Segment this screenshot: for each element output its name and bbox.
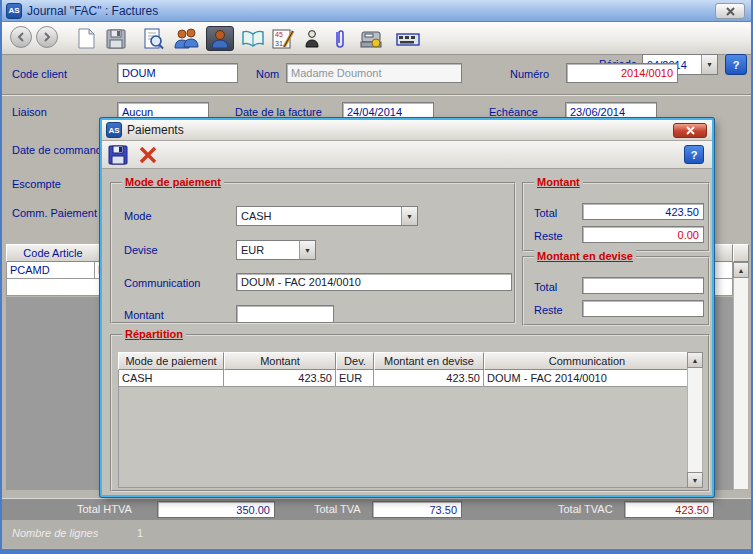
devise-total-label: Total: [534, 281, 557, 293]
svg-text:45: 45: [275, 31, 283, 38]
chevron-down-icon[interactable]: ▼: [299, 241, 315, 259]
communication-field[interactable]: DOUM - FAC 2014/0010: [236, 273, 512, 291]
search-document-button[interactable]: [142, 26, 166, 51]
nom-label: Nom: [256, 68, 279, 80]
catalog-button[interactable]: [240, 26, 266, 51]
montant-reste-label: Reste: [534, 230, 563, 242]
small-person-icon: [305, 30, 320, 48]
mode-paiement-group: Mode de paiement Mode CASH ▼ Devise EUR …: [110, 182, 516, 324]
dialog-toolbar: ?: [102, 141, 712, 169]
repartition-header-row: Mode de paiement Montant Dev. Montant en…: [118, 352, 690, 370]
cell-mode[interactable]: CASH: [118, 370, 224, 387]
article-table-body-left: [6, 297, 102, 490]
total-tvac-label: Total TVAC: [558, 503, 613, 515]
mode-combobox[interactable]: CASH ▼: [236, 206, 418, 226]
article-table-header-code: Code Article: [6, 244, 100, 262]
cell-communication[interactable]: DOUM - FAC 2014/0010: [484, 370, 690, 387]
app-window: AS Journal "FAC" : Factures: [0, 0, 753, 554]
paiements-dialog: AS Paiements ?: [100, 118, 714, 497]
repartition-header-communication: Communication: [484, 352, 690, 370]
calendar-button[interactable]: 4531: [270, 26, 298, 51]
window-close-button[interactable]: [715, 3, 745, 19]
montant-total-label: Total: [534, 207, 557, 219]
scroll-up-icon[interactable]: ▲: [733, 262, 749, 278]
montant-label: Montant: [124, 309, 164, 321]
svg-text:31: 31: [275, 40, 283, 47]
communication-label: Communication: [124, 277, 200, 289]
dialog-save-button[interactable]: [108, 145, 128, 165]
attachment-button[interactable]: [330, 26, 350, 51]
nom-field: Madame Doumont: [286, 63, 462, 83]
mode-label: Mode: [124, 210, 152, 222]
devise-label: Devise: [124, 244, 158, 256]
mode-paiement-group-title: Mode de paiement: [122, 176, 224, 188]
chevron-down-icon[interactable]: ▼: [401, 207, 417, 225]
devise-reste-field: [582, 300, 704, 317]
scroll-down-icon[interactable]: ▼: [687, 472, 703, 488]
back-button[interactable]: [10, 26, 32, 48]
repartition-row[interactable]: CASH 423.50 EUR 423.50 DOUM - FAC 2014/0…: [118, 370, 690, 387]
numero-field[interactable]: 2014/0010: [566, 63, 678, 83]
cell-montant-devise[interactable]: 423.50: [374, 370, 484, 387]
clients-list-button[interactable]: [172, 26, 200, 51]
client-detail-button[interactable]: [206, 26, 234, 51]
main-toolbar: 4531 Période 04/2014 ▼ ?: [2, 22, 751, 55]
close-icon: [726, 7, 735, 16]
total-tva-label: Total TVA: [314, 503, 361, 515]
article-row-code[interactable]: PCAMD: [6, 262, 100, 279]
devise-value: EUR: [237, 244, 299, 256]
article-scroll-corner: [733, 244, 749, 262]
dialog-app-icon: AS: [106, 122, 122, 138]
code-client-field[interactable]: DOUM: [117, 63, 238, 83]
nombre-lignes-value: 1: [137, 527, 143, 539]
devise-total-field: [582, 277, 704, 294]
keyboard-entry-button[interactable]: [394, 26, 422, 51]
dialog-help-button[interactable]: ?: [684, 145, 704, 164]
statusbar: Nombre de lignes 1: [2, 520, 751, 548]
open-book-icon: [241, 30, 265, 48]
montant-group: Montant Total 423.50 Reste 0.00: [522, 182, 710, 252]
repartition-table-body: [118, 387, 691, 488]
main-titlebar: AS Journal "FAC" : Factures: [2, 0, 751, 22]
totals-band: Total HTVA 350.00 Total TVA 73.50 Total …: [2, 498, 751, 520]
dialog-close-button[interactable]: [673, 123, 707, 138]
section-divider: [2, 94, 751, 96]
contact-button[interactable]: [302, 26, 322, 51]
keyboard-icon: [396, 30, 420, 48]
search-document-icon: [143, 28, 165, 50]
repartition-header-montant: Montant: [224, 352, 336, 370]
window-body: AS Journal "FAC" : Factures: [2, 0, 751, 549]
montant-field[interactable]: [236, 305, 334, 323]
person-icon: [210, 29, 230, 49]
total-htva-field: 350.00: [157, 501, 275, 518]
total-tvac-field: 423.50: [624, 501, 714, 518]
question-mark-icon: ?: [691, 149, 698, 161]
date-commande-label: Date de command: [12, 144, 102, 156]
article-table-vscrollbar[interactable]: [733, 262, 749, 490]
dialog-cancel-button[interactable]: [138, 145, 158, 165]
devise-combobox[interactable]: EUR ▼: [236, 240, 316, 260]
code-client-label: Code client: [12, 68, 67, 80]
repartition-header-dev: Dev.: [336, 352, 374, 370]
question-mark-icon: ?: [733, 59, 740, 71]
save-button[interactable]: [104, 26, 128, 51]
payment-button[interactable]: [358, 26, 384, 51]
paperclip-icon: [333, 28, 347, 50]
repartition-vscrollbar[interactable]: [687, 352, 703, 488]
cell-montant[interactable]: 423.50: [224, 370, 336, 387]
new-document-icon: [78, 28, 95, 49]
arrow-left-icon: [16, 32, 26, 42]
forward-button[interactable]: [36, 26, 58, 48]
close-icon: [686, 126, 695, 135]
repartition-group: Répartition Mode de paiement Montant Dev…: [110, 334, 710, 492]
echeance-label: Echéance: [489, 106, 538, 118]
main-help-button[interactable]: ?: [725, 54, 747, 75]
chevron-down-icon[interactable]: ▼: [701, 55, 717, 74]
devise-reste-label: Reste: [534, 304, 563, 316]
montant-total-field: 423.50: [582, 203, 704, 220]
nombre-lignes-label: Nombre de lignes: [12, 527, 98, 539]
new-document-button[interactable]: [74, 26, 98, 51]
article-row-empty[interactable]: [6, 279, 100, 296]
scroll-up-icon[interactable]: ▲: [687, 352, 703, 368]
cell-dev[interactable]: EUR: [336, 370, 374, 387]
